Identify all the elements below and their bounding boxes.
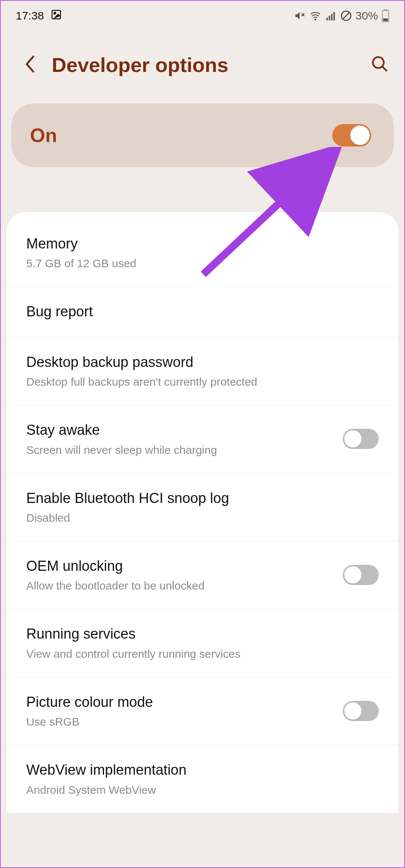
mute-vibrate-icon — [294, 10, 305, 21]
no-data-icon — [340, 10, 352, 21]
battery-percent: 30% — [356, 9, 378, 22]
setting-bluetooth-hci[interactable]: Enable Bluetooth HCI snoop log Disabled — [7, 473, 398, 541]
svg-rect-5 — [326, 18, 328, 21]
svg-line-10 — [343, 12, 350, 19]
setting-title: Bug report — [26, 302, 370, 321]
setting-webview-implementation[interactable]: WebView implementation Android System We… — [7, 745, 398, 813]
setting-stay-awake[interactable]: Stay awake Screen will never sleep while… — [7, 405, 398, 473]
setting-sub: Screen will never sleep while charging — [26, 443, 334, 457]
search-button[interactable] — [370, 55, 389, 75]
setting-picture-colour-mode[interactable]: Picture colour mode Use sRGB — [7, 677, 398, 745]
master-toggle-switch[interactable] — [332, 124, 371, 147]
gallery-icon — [51, 9, 62, 23]
svg-rect-8 — [333, 12, 335, 21]
setting-sub: View and control currently running servi… — [26, 647, 370, 661]
setting-title: WebView implementation — [26, 761, 370, 779]
wifi-icon — [309, 10, 322, 21]
setting-memory[interactable]: Memory 5.7 GB of 12 GB used — [7, 212, 398, 287]
app-header: Developer options — [1, 31, 404, 99]
svg-point-1 — [54, 12, 56, 14]
status-right: 30% — [294, 9, 389, 22]
toggle-picture-colour-mode[interactable] — [343, 701, 379, 721]
setting-title: Stay awake — [26, 421, 334, 439]
setting-bug-report[interactable]: Bug report — [7, 287, 398, 337]
toggle-stay-awake[interactable] — [343, 429, 379, 449]
setting-title: Picture colour mode — [26, 693, 334, 711]
svg-rect-6 — [329, 16, 330, 21]
back-button[interactable] — [23, 54, 37, 75]
status-left: 17:38 — [16, 9, 62, 23]
svg-point-14 — [373, 57, 384, 68]
toggle-oem-unlocking[interactable] — [343, 565, 379, 585]
status-time: 17:38 — [16, 9, 44, 22]
page-title: Developer options — [52, 53, 370, 76]
setting-desktop-backup-password[interactable]: Desktop backup password Desktop full bac… — [7, 337, 398, 405]
setting-title: Memory — [26, 235, 370, 253]
master-toggle-label: On — [30, 124, 57, 147]
setting-title: Enable Bluetooth HCI snoop log — [26, 489, 370, 507]
status-bar: 17:38 30% — [1, 1, 404, 31]
svg-point-4 — [315, 19, 316, 20]
svg-rect-13 — [383, 18, 388, 21]
settings-list: Memory 5.7 GB of 12 GB used Bug report D… — [7, 212, 398, 813]
svg-rect-7 — [331, 14, 333, 21]
setting-running-services[interactable]: Running services View and control curren… — [7, 609, 398, 677]
master-toggle-panel[interactable]: On — [11, 103, 394, 167]
setting-sub: Android System WebView — [26, 783, 370, 797]
setting-title: Running services — [26, 625, 370, 643]
setting-oem-unlocking[interactable]: OEM unlocking Allow the bootloader to be… — [7, 541, 398, 609]
setting-sub: Disabled — [26, 510, 370, 525]
setting-sub: Allow the bootloader to be unlocked — [26, 578, 334, 593]
setting-title: Desktop backup password — [26, 353, 370, 371]
setting-sub: 5.7 GB of 12 GB used — [26, 256, 370, 271]
battery-icon — [382, 9, 389, 22]
setting-title: OEM unlocking — [26, 557, 334, 575]
setting-sub: Use sRGB — [26, 714, 334, 729]
signal-icon — [326, 10, 337, 21]
svg-line-15 — [382, 66, 387, 71]
setting-sub: Desktop full backups aren't currently pr… — [26, 374, 370, 389]
